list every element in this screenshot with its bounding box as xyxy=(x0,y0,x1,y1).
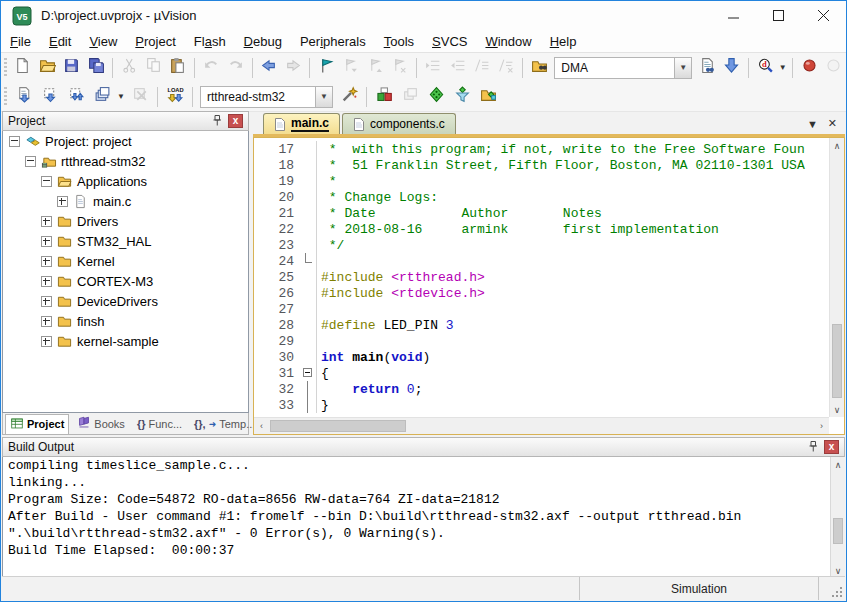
save-all-button[interactable] xyxy=(85,56,107,80)
code-line-28[interactable]: 28#define LED_PIN 3 xyxy=(254,317,829,333)
scroll-down-icon[interactable]: ∨ xyxy=(830,402,844,417)
code-line-17[interactable]: 17 * with this program; if not, write to… xyxy=(254,141,829,157)
manage-project-items-button[interactable] xyxy=(372,85,396,109)
combo-dropdown-icon[interactable]: ▼ xyxy=(315,87,332,107)
expand-icon[interactable] xyxy=(41,236,52,247)
code-line-30[interactable]: 30int main(void) xyxy=(254,349,829,365)
code-line-20[interactable]: 20 * Change Logs: xyxy=(254,189,829,205)
pin-icon[interactable] xyxy=(805,440,821,455)
tree-item-cortex-m3[interactable]: CORTEX-M3 xyxy=(3,271,248,291)
close-panel-icon[interactable]: x xyxy=(228,114,243,128)
build-button[interactable] xyxy=(38,85,62,109)
menu-flash[interactable]: Flash xyxy=(185,32,235,51)
maximize-button[interactable] xyxy=(756,1,801,30)
resize-grip[interactable] xyxy=(818,577,845,600)
toolbar-grip[interactable] xyxy=(4,87,7,107)
save-button[interactable] xyxy=(60,56,82,80)
scroll-right-icon[interactable]: › xyxy=(814,418,829,434)
new-file-button[interactable] xyxy=(12,56,34,80)
code-line-33[interactable]: 33} xyxy=(254,397,829,413)
build-output-log[interactable]: compiling timeslice_sample.c...linking..… xyxy=(2,457,845,578)
code-line-32[interactable]: 32 return 0; xyxy=(254,381,829,397)
start-stop-debug-button[interactable]: d xyxy=(754,56,776,80)
close-panel-icon[interactable]: x xyxy=(824,440,839,454)
scrollbar-thumb[interactable] xyxy=(832,324,842,398)
navigate-back-button[interactable] xyxy=(258,56,280,80)
collapse-icon[interactable] xyxy=(41,176,52,187)
toolbar-grip[interactable] xyxy=(4,58,7,78)
panel-tab-project[interactable]: Project xyxy=(5,414,69,434)
dropdown-caret-icon[interactable]: ▼ xyxy=(115,92,127,101)
panel-tab-books[interactable]: Books xyxy=(73,414,129,433)
expand-icon[interactable] xyxy=(41,336,52,347)
code-view[interactable]: 17 * with this program; if not, write to… xyxy=(254,138,829,417)
translate-button[interactable] xyxy=(12,85,36,109)
scroll-up-icon[interactable]: ∧ xyxy=(830,138,844,153)
select-software-packs-button[interactable] xyxy=(450,85,474,109)
code-line-18[interactable]: 18 * 51 Franklin Street, Fifth Floor, Bo… xyxy=(254,157,829,173)
combo-dropdown-icon[interactable]: ▼ xyxy=(674,58,691,78)
menu-window[interactable]: Window xyxy=(476,32,540,51)
dropdown-caret-icon[interactable]: ▼ xyxy=(777,63,788,72)
menu-debug[interactable]: Debug xyxy=(235,32,291,51)
collapse-icon[interactable] xyxy=(9,136,20,147)
options-for-target-button[interactable] xyxy=(337,85,361,109)
expand-icon[interactable] xyxy=(41,216,52,227)
code-line-27[interactable]: 27 xyxy=(254,301,829,317)
tree-item-rtthread-stm32[interactable]: rtthread-stm32 xyxy=(3,151,248,171)
pin-icon[interactable] xyxy=(209,114,225,129)
menu-edit[interactable]: Edit xyxy=(40,32,80,51)
tab-list-dropdown-icon[interactable]: ▼ xyxy=(807,118,818,130)
code-line-21[interactable]: 21 * Date Author Notes xyxy=(254,205,829,221)
find-in-files-doc-button[interactable] xyxy=(696,56,718,80)
open-file-button[interactable] xyxy=(36,56,58,80)
download-button[interactable]: LOAD xyxy=(163,85,187,109)
build-output-scrollbar[interactable]: ∧ ∨ xyxy=(830,457,845,578)
menu-tools[interactable]: Tools xyxy=(375,32,423,51)
paste-button[interactable] xyxy=(167,56,189,80)
menu-help[interactable]: Help xyxy=(541,32,586,51)
editor-vertical-scrollbar[interactable]: ∧ ∨ xyxy=(829,138,844,417)
rebuild-button[interactable] xyxy=(64,85,88,109)
close-document-icon[interactable]: ✕ xyxy=(828,117,837,130)
panel-tab-func[interactable]: {}Func... xyxy=(133,416,186,432)
menu-svcs[interactable]: SVCS xyxy=(423,32,476,51)
tree-item-main-c[interactable]: main.c xyxy=(3,191,248,211)
collapse-icon[interactable] xyxy=(25,156,36,167)
tree-item-kernel-sample[interactable]: kernel-sample xyxy=(3,331,248,351)
target-combo[interactable]: rtthread-stm32▼ xyxy=(200,86,333,108)
menu-file[interactable]: File xyxy=(1,32,40,51)
expand-icon[interactable] xyxy=(41,296,52,307)
find-in-files-button[interactable] xyxy=(528,56,550,80)
minimize-button[interactable] xyxy=(711,1,756,30)
close-button[interactable] xyxy=(801,1,846,30)
pack-installer-button[interactable] xyxy=(424,85,448,109)
expand-icon[interactable] xyxy=(41,276,52,287)
toggle-breakpoint-button[interactable] xyxy=(798,56,820,80)
expand-icon[interactable] xyxy=(41,316,52,327)
tree-item-devicedrivers[interactable]: DeviceDrivers xyxy=(3,291,248,311)
editor-tab-main-c[interactable]: main.c xyxy=(263,113,340,134)
code-line-23[interactable]: 23 */ xyxy=(254,237,829,253)
incremental-find-button[interactable] xyxy=(721,56,743,80)
tree-item-kernel[interactable]: Kernel xyxy=(3,251,248,271)
editor-horizontal-scrollbar[interactable]: ‹ › xyxy=(254,417,829,434)
code-line-29[interactable]: 29 xyxy=(254,333,829,349)
code-line-24[interactable]: 24 xyxy=(254,253,829,269)
fold-open-marker[interactable] xyxy=(301,365,317,381)
search-combo[interactable]: DMA▼ xyxy=(554,57,692,79)
code-line-19[interactable]: 19 * xyxy=(254,173,829,189)
menu-peripherals[interactable]: Peripherals xyxy=(291,32,375,51)
manage-rte-button[interactable] xyxy=(476,85,500,109)
batch-build-button[interactable] xyxy=(90,85,114,109)
code-line-26[interactable]: 26#include <rtdevice.h> xyxy=(254,285,829,301)
scrollbar-thumb[interactable] xyxy=(270,420,406,432)
tree-item-drivers[interactable]: Drivers xyxy=(3,211,248,231)
menu-view[interactable]: View xyxy=(80,32,126,51)
code-line-25[interactable]: 25#include <rtthread.h> xyxy=(254,269,829,285)
scroll-up-icon[interactable]: ∧ xyxy=(831,457,845,472)
insert-bookmark-button[interactable] xyxy=(315,56,337,80)
tree-item-applications[interactable]: Applications xyxy=(3,171,248,191)
scroll-left-icon[interactable]: ‹ xyxy=(254,418,269,434)
tree-item-stm32-hal[interactable]: STM32_HAL xyxy=(3,231,248,251)
